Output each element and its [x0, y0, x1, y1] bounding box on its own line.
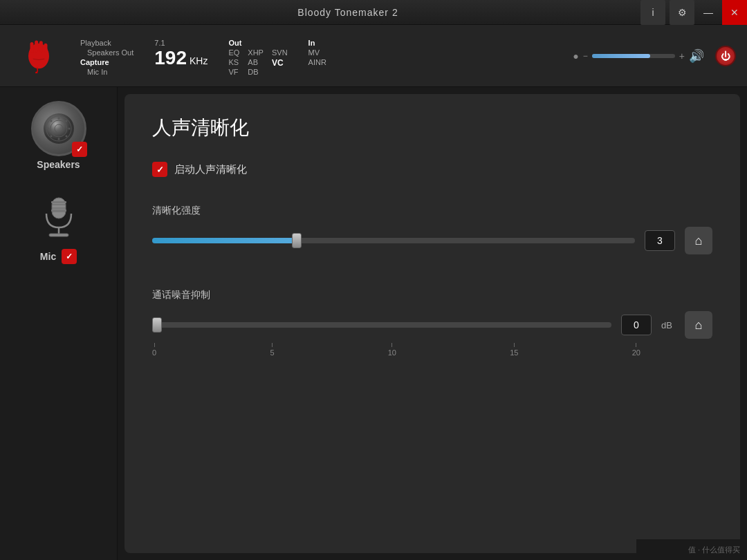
close-button[interactable]: ✕ — [722, 0, 747, 25]
noise-reset-button[interactable]: ⌂ — [685, 311, 712, 339]
out-svn: SVN — [272, 48, 288, 57]
logo-area — [11, 39, 66, 73]
sample-rate-value: 192 — [154, 48, 187, 68]
noise-db-label: dB — [661, 320, 675, 330]
watermark-text: 值 · 什么值得买 — [688, 545, 740, 555]
out-ks: KS — [228, 58, 239, 66]
noise-title: 通话噪音抑制 — [152, 289, 712, 301]
clarity-slider-fill — [152, 238, 297, 243]
speakers-icon-container: ✓ — [31, 101, 86, 156]
tick-line-0 — [154, 343, 155, 347]
sample-rate-unit: KHz — [190, 55, 208, 66]
scale-tick-20: 20 — [632, 343, 640, 357]
mic-icon-container — [31, 191, 86, 246]
capture-label: Capture — [80, 58, 133, 66]
volume-slider[interactable] — [592, 54, 675, 58]
clarity-title: 清晰化强度 — [152, 205, 712, 217]
main-panel: 人声清晰化 ✓ 启动人声清晰化 清晰化强度 3 ⌂ — [124, 94, 740, 553]
svg-rect-2 — [35, 40, 38, 52]
svg-point-10 — [50, 120, 52, 122]
svg-point-12 — [65, 120, 67, 122]
power-icon: ⏻ — [721, 50, 730, 62]
noise-home-icon: ⌂ — [695, 318, 703, 333]
svg-point-16 — [50, 136, 52, 138]
volume-slider-fill — [592, 54, 650, 58]
mic-check[interactable]: ✓ — [62, 249, 77, 264]
clarity-slider-row: 3 ⌂ — [152, 227, 712, 254]
clarity-slider-thumb[interactable] — [292, 233, 302, 248]
in-label: In — [308, 39, 326, 47]
sample-rate-column: 7.1 192 KHz — [154, 39, 208, 68]
svg-point-17 — [47, 128, 49, 130]
content-area: ✓ Speakers — [0, 87, 747, 560]
logo-icon — [21, 39, 56, 73]
tick-line-20 — [636, 343, 636, 347]
enable-label: 启动人声清晰化 — [174, 163, 247, 176]
volume-speaker-icon: 🔊 — [689, 48, 704, 64]
noise-slider-thumb[interactable] — [152, 317, 162, 333]
mic-icon — [38, 194, 80, 243]
scale-tick-0: 0 — [152, 343, 156, 357]
sidebar-item-speakers[interactable]: ✓ Speakers — [31, 101, 86, 170]
tick-label-15: 15 — [510, 348, 518, 357]
svg-point-15 — [57, 138, 59, 140]
scale-tick-5: 5 — [270, 343, 274, 357]
volume-min-icon: ● — [573, 50, 578, 62]
scale-tick-15: 15 — [510, 343, 518, 357]
title-bar-controls: i ⚙ — ✕ — [640, 0, 747, 25]
in-ainr: AINR — [308, 58, 326, 66]
speakers-out-label: Speakers Out — [80, 48, 133, 57]
svg-rect-1 — [30, 42, 34, 53]
out-xhp: XHP — [248, 48, 264, 57]
noise-slider-row: 0 dB ⌂ — [152, 311, 712, 339]
volume-area: ● − + 🔊 ⏻ — [573, 46, 736, 66]
out-eq: EQ — [228, 48, 239, 57]
in-column: In MV AINR — [308, 39, 326, 66]
settings-button[interactable]: ⚙ — [670, 0, 694, 25]
panel-title: 人声清晰化 — [152, 115, 712, 141]
tick-label-20: 20 — [632, 348, 640, 357]
noise-value: 0 — [634, 319, 639, 330]
mic-item-row — [31, 191, 86, 246]
mic-in-label: Mic In — [80, 68, 133, 76]
noise-value-box: 0 — [621, 315, 652, 335]
clarity-reset-button[interactable]: ⌂ — [685, 227, 712, 254]
channel-value: 7.1 — [154, 39, 165, 47]
in-mv: MV — [308, 48, 326, 57]
clarity-value-box: 3 — [645, 230, 675, 251]
clarity-slider[interactable] — [152, 238, 635, 243]
header-bar: Playback Speakers Out Capture Mic In 7.1… — [0, 25, 747, 87]
out-label: Out — [228, 39, 287, 47]
enable-checkbox[interactable]: ✓ — [152, 162, 167, 177]
out-db: DB — [248, 68, 264, 76]
out-column: Out EQ KS VF XHP AB DB SVN VC — [228, 39, 287, 76]
speakers-check[interactable]: ✓ — [72, 142, 87, 157]
out-vf: VF — [228, 68, 239, 76]
clarity-value: 3 — [657, 235, 663, 246]
minimize-button[interactable]: — — [696, 0, 721, 25]
svg-point-14 — [65, 136, 67, 138]
clarity-home-icon: ⌂ — [695, 234, 703, 248]
scale-ticks: 0 5 10 15 — [152, 343, 640, 357]
tick-line-10 — [391, 343, 392, 347]
out-vc: VC — [272, 58, 288, 68]
main-container: Playback Speakers Out Capture Mic In 7.1… — [0, 25, 747, 560]
mic-label: Mic — [40, 251, 56, 262]
device-info: Playback Speakers Out Capture Mic In 7.1… — [80, 36, 559, 76]
device-mode-column: Playback Speakers Out Capture Mic In — [80, 39, 133, 76]
noise-slider[interactable] — [152, 322, 611, 328]
sidebar-item-mic[interactable]: Mic ✓ — [31, 191, 86, 264]
tick-label-5: 5 — [270, 348, 274, 357]
mic-label-row: Mic ✓ — [40, 249, 77, 264]
power-button[interactable]: ⏻ — [715, 46, 736, 66]
info-button[interactable]: i — [640, 0, 665, 25]
svg-rect-3 — [39, 41, 43, 52]
tick-line-15 — [514, 343, 515, 347]
speakers-icon — [42, 111, 76, 146]
sidebar: ✓ Speakers — [0, 87, 118, 560]
volume-plus-icon: + — [679, 50, 685, 62]
title-bar: Bloody Tonemaker 2 i ⚙ — ✕ — [0, 0, 747, 25]
clarity-section: 清晰化强度 3 ⌂ — [152, 205, 712, 254]
svg-point-11 — [57, 118, 59, 120]
out-ab: AB — [248, 58, 264, 66]
